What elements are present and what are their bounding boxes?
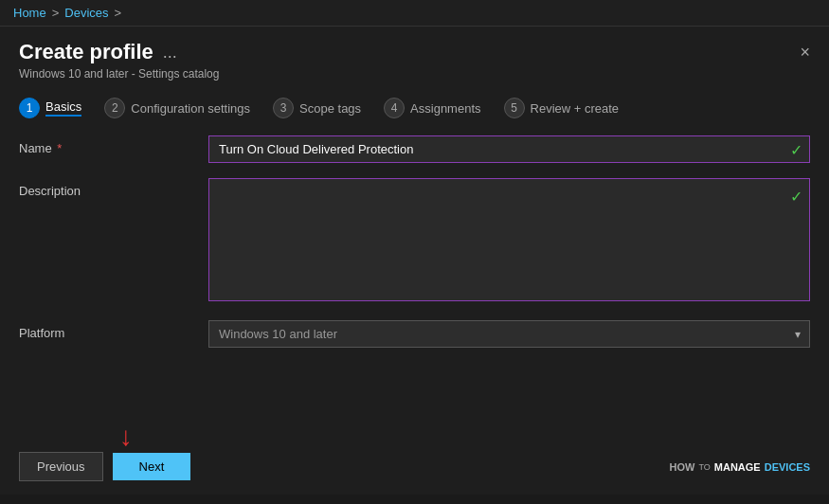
close-button[interactable]: × — [800, 44, 810, 61]
platform-label: Platform — [19, 320, 208, 340]
footer-left: Previous ↓ Next — [19, 452, 190, 481]
watermark-how: HOW — [670, 461, 695, 473]
next-button[interactable]: Next — [113, 453, 191, 480]
previous-button[interactable]: Previous — [19, 452, 103, 481]
breadcrumb-sep-2: > — [115, 6, 122, 20]
footer-bar: Previous ↓ Next HOW TO MANAGE DEVICES — [19, 444, 810, 481]
step-4-label: Assignments — [410, 101, 480, 116]
breadcrumb-home[interactable]: Home — [13, 6, 46, 20]
required-star: * — [54, 141, 63, 155]
breadcrumb-sep-1: > — [52, 6, 60, 20]
name-input[interactable] — [208, 135, 810, 163]
step-2-label: Configuration settings — [131, 101, 250, 116]
step-5-review-create[interactable]: 5 Review + create — [504, 98, 620, 118]
name-check-icon: ✓ — [790, 140, 802, 158]
step-4-assignments[interactable]: 4 Assignments — [384, 98, 480, 118]
more-options-button[interactable]: ... — [163, 43, 177, 63]
platform-row: Platform Windows 10 and later ▾ — [19, 320, 810, 348]
form-area: Name * ✓ Description ✓ Platform Windows … — [19, 135, 810, 429]
main-content: Create profile ... × Windows 10 and late… — [0, 27, 829, 495]
step-1-label: Basics — [45, 99, 81, 117]
description-input-wrap: ✓ — [208, 178, 810, 305]
step-1-basics[interactable]: 1 Basics — [19, 98, 81, 118]
arrow-indicator: ↓ — [119, 423, 133, 450]
name-input-wrap: ✓ — [208, 135, 810, 163]
breadcrumb-devices[interactable]: Devices — [64, 6, 108, 20]
step-3-scope-tags[interactable]: 3 Scope tags — [273, 98, 361, 118]
description-label: Description — [19, 178, 208, 198]
description-check-icon: ✓ — [790, 188, 802, 206]
name-label: Name * — [19, 135, 208, 155]
page-subtitle: Windows 10 and later - Settings catalog — [19, 67, 810, 81]
step-2-configuration[interactable]: 2 Configuration settings — [104, 98, 250, 118]
watermark-devices: DEVICES — [765, 461, 810, 473]
watermark-manage: MANAGE — [714, 461, 761, 473]
step-5-circle: 5 — [504, 98, 525, 118]
title-left: Create profile ... — [19, 40, 177, 64]
page-title: Create profile — [19, 40, 153, 64]
step-1-circle: 1 — [19, 98, 40, 118]
watermark-to: TO — [698, 462, 710, 472]
step-2-circle: 2 — [104, 98, 125, 118]
description-input[interactable] — [208, 178, 810, 301]
step-3-label: Scope tags — [299, 101, 361, 116]
watermark: HOW TO MANAGE DEVICES — [670, 461, 810, 473]
step-4-circle: 4 — [384, 98, 405, 118]
breadcrumb-bar: Home > Devices > — [0, 0, 829, 27]
platform-select[interactable]: Windows 10 and later — [208, 320, 810, 348]
step-3-circle: 3 — [273, 98, 294, 118]
platform-select-wrap: Windows 10 and later ▾ — [208, 320, 810, 348]
title-row: Create profile ... × — [19, 40, 810, 64]
description-row: Description ✓ — [19, 178, 810, 305]
step-5-label: Review + create — [531, 101, 620, 116]
name-row: Name * ✓ — [19, 135, 810, 163]
wizard-steps: 1 Basics 2 Configuration settings 3 Scop… — [19, 98, 810, 118]
